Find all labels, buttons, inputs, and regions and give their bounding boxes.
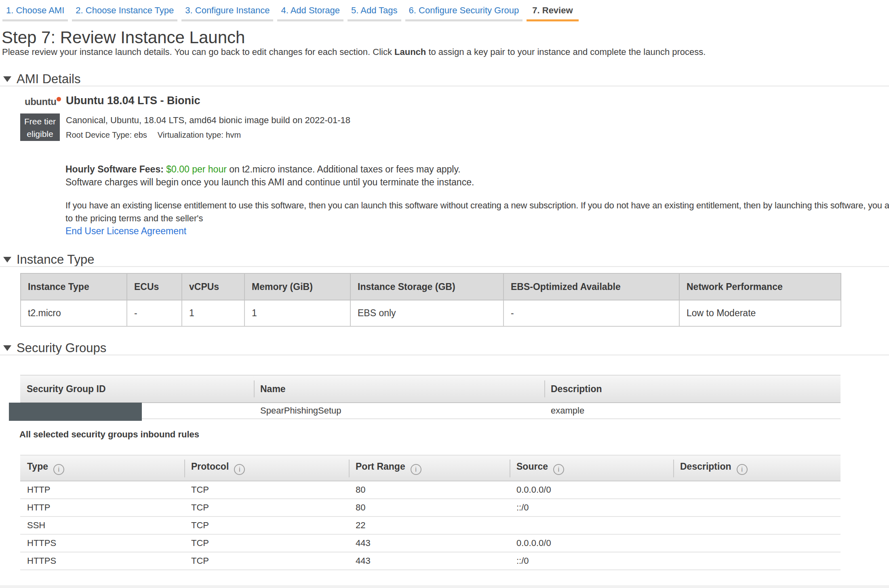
- section-divider: [0, 266, 889, 267]
- cell-protocol: TCP: [184, 552, 349, 570]
- software-charges-line: Software charges will begin once you lau…: [65, 177, 474, 188]
- cell-protocol: TCP: [184, 517, 349, 534]
- cell-description: [673, 534, 841, 552]
- hourly-fees-line: Hourly Software Fees: $0.00 per hour on …: [65, 164, 461, 175]
- col-header-description: Description: [544, 375, 841, 403]
- col-header-vcpus: vCPUs: [182, 273, 244, 300]
- inbound-rule-row: SSH TCP 22: [20, 517, 841, 534]
- fees-price: $0.00 per hour: [166, 164, 227, 174]
- col-header-ecus: ECUs: [127, 273, 182, 300]
- col-header-ebs-optimized: EBS-Optimized Available: [503, 273, 679, 300]
- cell-memory: 1: [244, 300, 350, 326]
- tab-review[interactable]: 7. Review: [527, 0, 578, 21]
- tab-configure-instance[interactable]: 3. Configure Instance: [181, 0, 273, 21]
- cell-description: [673, 499, 841, 517]
- section-divider: [0, 86, 889, 86]
- info-icon[interactable]: i: [553, 464, 564, 475]
- info-icon[interactable]: i: [411, 464, 421, 475]
- tab-choose-instance-type[interactable]: 2. Choose Instance Type: [72, 0, 177, 21]
- cell-source: 0.0.0.0/0: [510, 481, 673, 499]
- eula-link[interactable]: End User License Agreement: [65, 226, 186, 237]
- cell-protocol: TCP: [184, 499, 349, 517]
- cell-source: 0.0.0.0/0: [510, 534, 673, 552]
- cell-name: SpearPhishingSetup: [254, 403, 544, 419]
- section-divider: [0, 355, 889, 355]
- ami-device-info: Root Device Type: ebsVirtualization type…: [66, 130, 241, 140]
- section-title: AMI Details: [17, 72, 80, 86]
- ami-description: Canonical, Ubuntu, 18.04 LTS, amd64 bion…: [66, 115, 350, 126]
- col-header-description: Descriptioni: [673, 455, 841, 481]
- page-title: Step 7: Review Instance Launch: [2, 29, 245, 46]
- cell-ecus: -: [127, 300, 182, 326]
- virtualization-type: Virtualization type: hvm: [158, 130, 241, 139]
- section-title: Security Groups: [17, 341, 106, 355]
- cell-description: [673, 517, 841, 534]
- col-header-name: Name: [254, 375, 544, 403]
- cell-source: ::/0: [510, 552, 673, 570]
- footer-bar: [0, 585, 889, 588]
- instance-type-row: t2.micro - 1 1 EBS only - Low to Moderat…: [21, 300, 841, 326]
- cell-ebs-optimized: -: [503, 300, 679, 326]
- security-groups-section-header[interactable]: Security Groups: [3, 341, 106, 355]
- cell-port-range: 80: [349, 499, 510, 517]
- cell-vcpus: 1: [182, 300, 244, 326]
- instance-type-section-header[interactable]: Instance Type: [3, 252, 94, 267]
- review-instance-launch-page: 1. Choose AMI2. Choose Instance Type3. C…: [0, 0, 889, 588]
- ubuntu-logo: ubuntu: [25, 96, 61, 107]
- ami-details-section-header[interactable]: AMI Details: [3, 72, 80, 86]
- col-header-instance-type: Instance Type: [21, 273, 127, 300]
- cell-instance-type: t2.micro: [21, 300, 127, 326]
- ami-name: Ubuntu 18.04 LTS - Bionic: [66, 94, 200, 107]
- tab-configure-security-group[interactable]: 6. Configure Security Group: [405, 0, 523, 21]
- section-title: Instance Type: [17, 252, 94, 267]
- security-groups-header-row: Security Group ID Name Description: [20, 375, 841, 403]
- wizard-tab-bar: 1. Choose AMI2. Choose Instance Type3. C…: [2, 0, 583, 21]
- inbound-rule-row: HTTPS TCP 443 ::/0: [20, 552, 841, 570]
- intro-text: Please review your instance launch detai…: [2, 47, 706, 57]
- cell-network-performance: Low to Moderate: [679, 300, 841, 326]
- instance-type-table: Instance Type ECUs vCPUs Memory (GiB) In…: [20, 273, 841, 327]
- collapse-triangle-icon: [3, 76, 11, 82]
- info-icon[interactable]: i: [53, 464, 64, 475]
- col-header-instance-storage: Instance Storage (GB): [350, 273, 503, 300]
- cell-type: HTTP: [20, 481, 184, 499]
- instance-type-header-row: Instance Type ECUs vCPUs Memory (GiB) In…: [21, 273, 841, 300]
- col-header-security-group-id: Security Group ID: [20, 375, 254, 403]
- license-line: If you have an existing license entitlem…: [65, 200, 889, 211]
- cell-type: HTTPS: [20, 552, 184, 570]
- cell-protocol: TCP: [184, 481, 349, 499]
- collapse-triangle-icon: [3, 257, 11, 262]
- col-header-port-range: Port Rangei: [349, 455, 510, 481]
- inbound-rule-row: HTTP TCP 80 ::/0: [20, 499, 841, 517]
- cell-instance-storage: EBS only: [350, 300, 503, 326]
- cell-description: [673, 552, 841, 570]
- col-header-source: Sourcei: [510, 455, 673, 481]
- cell-source: ::/0: [510, 499, 673, 517]
- col-header-protocol: Protocoli: [184, 455, 349, 481]
- cell-port-range: 443: [349, 534, 510, 552]
- security-group-row: SpearPhishingSetup example: [20, 403, 841, 419]
- redaction-overlay: [9, 403, 142, 421]
- info-icon[interactable]: i: [234, 464, 245, 475]
- cell-source: [510, 517, 673, 534]
- col-header-network-performance: Network Performance: [679, 273, 841, 300]
- cell-type: HTTP: [20, 499, 184, 517]
- cell-description: example: [544, 403, 841, 419]
- inbound-rules-title: All selected security groups inbound rul…: [19, 429, 199, 440]
- root-device-type: Root Device Type: ebs: [66, 130, 147, 139]
- collapse-triangle-icon: [3, 345, 11, 351]
- cell-description: [673, 481, 841, 499]
- tab-add-tags[interactable]: 5. Add Tags: [348, 0, 401, 21]
- inbound-rules-table: Typei Protocoli Port Rangei Sourcei Desc…: [20, 455, 841, 570]
- tab-choose-ami[interactable]: 1. Choose AMI: [2, 0, 68, 21]
- cell-type: HTTPS: [20, 534, 184, 552]
- cell-port-range: 80: [349, 481, 510, 499]
- col-header-type: Typei: [20, 455, 184, 481]
- cell-protocol: TCP: [184, 534, 349, 552]
- inbound-rule-row: HTTP TCP 80 0.0.0.0/0: [20, 481, 841, 499]
- info-icon[interactable]: i: [737, 464, 748, 475]
- cell-port-range: 22: [349, 517, 510, 534]
- inbound-rules-header-row: Typei Protocoli Port Rangei Sourcei Desc…: [20, 455, 841, 481]
- cell-port-range: 443: [349, 552, 510, 570]
- tab-add-storage[interactable]: 4. Add Storage: [277, 0, 343, 21]
